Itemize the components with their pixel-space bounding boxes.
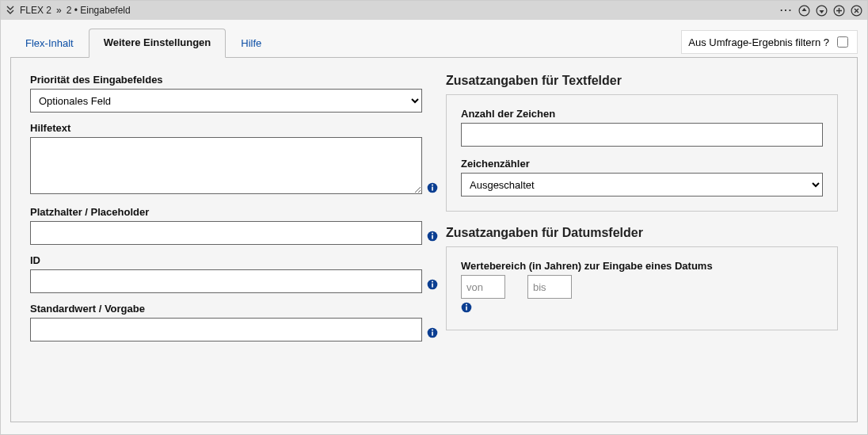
counter-select[interactable]: Ausgeschaltet [461,173,823,197]
move-up-icon[interactable] [798,4,810,17]
add-icon[interactable] [832,4,845,17]
placeholder-input[interactable] [30,221,422,245]
default-label: Standardwert / Vorgabe [30,303,422,315]
datefields-section-title: Zusatzangaben für Datumsfelder [446,226,838,240]
range-to-input[interactable] [527,275,572,299]
helptext-label: Hilfetext [30,122,422,134]
info-icon[interactable] [427,279,438,290]
filter-checkbox[interactable] [837,36,848,48]
tab-hilfe[interactable]: Hilfe [226,29,276,58]
range-label: Wertebereich (in Jahren) zur Eingabe ein… [461,260,823,272]
more-icon[interactable]: ··· [780,5,793,16]
svg-rect-14 [432,332,433,336]
svg-point-15 [432,330,433,331]
tab-weitere-einstellungen[interactable]: Weitere Einstellungen [89,29,227,58]
breadcrumb-root[interactable]: FLEX 2 [20,5,51,16]
placeholder-label: Platzhalter / Placeholder [30,206,422,218]
textfields-subpanel: Anzahl der Zeichen Zeichenzähler Ausgesc… [446,94,838,212]
info-icon[interactable] [427,231,438,242]
datefields-subpanel: Wertebereich (in Jahren) zur Eingabe ein… [446,246,838,330]
move-down-icon[interactable] [815,4,828,17]
breadcrumb-separator: » [56,5,62,16]
textfields-section-title: Zusatzangaben für Textfelder [446,74,838,88]
svg-point-6 [432,185,433,186]
tab-row: Flex-Inhalt Weitere Einstellungen Hilfe … [10,28,858,57]
tabs: Flex-Inhalt Weitere Einstellungen Hilfe [10,28,276,57]
priority-select[interactable]: Optionales Feld [30,89,422,113]
collapse-icon[interactable] [6,6,15,15]
svg-point-9 [432,233,433,235]
svg-point-18 [466,304,467,306]
filter-label: Aus Umfrage-Ergebnis filtern ? [688,36,829,48]
window: FLEX 2 » 2 • Eingabefeld ··· Flex-Inhalt… [0,0,868,435]
id-input[interactable] [30,269,422,293]
svg-rect-11 [432,284,433,288]
range-from-input[interactable] [461,275,505,299]
charcount-label: Anzahl der Zeichen [461,108,823,120]
close-icon[interactable] [850,4,862,17]
svg-point-12 [432,281,433,283]
helptext-textarea[interactable] [30,137,422,194]
filter-survey-result[interactable]: Aus Umfrage-Ergebnis filtern ? [681,30,858,54]
counter-label: Zeichenzähler [461,158,823,170]
priority-label: Priorität des Eingabefeldes [30,74,422,86]
default-input[interactable] [30,318,422,342]
settings-panel: Priorität des Eingabefeldes Optionales F… [10,57,858,422]
titlebar: FLEX 2 » 2 • Eingabefeld ··· [1,1,867,20]
info-icon[interactable] [461,302,472,313]
right-column: Zusatzangaben für Textfelder Anzahl der … [446,74,838,398]
id-label: ID [30,254,422,266]
charcount-input[interactable] [461,123,823,147]
svg-rect-5 [432,187,433,191]
tab-flex-inhalt[interactable]: Flex-Inhalt [10,29,89,58]
breadcrumb-item[interactable]: 2 • Eingabefeld [67,5,131,16]
content-area: Flex-Inhalt Weitere Einstellungen Hilfe … [1,20,867,434]
svg-rect-8 [432,235,433,239]
info-icon[interactable] [427,327,438,338]
svg-rect-17 [466,307,467,311]
info-icon[interactable] [427,182,438,193]
left-column: Priorität des Eingabefeldes Optionales F… [30,74,422,398]
